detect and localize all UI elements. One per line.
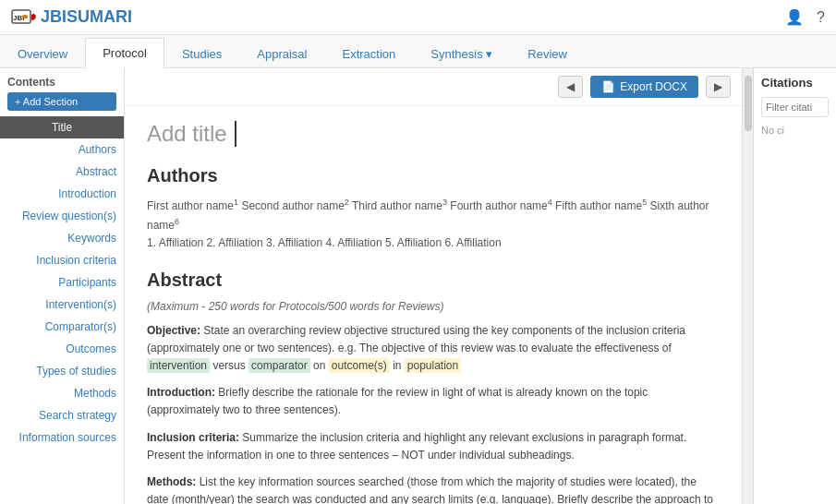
citations-filter-input[interactable] (761, 97, 829, 117)
author-name-4: Fourth author name (447, 199, 548, 212)
main-layout: Contents + Add Section Title Authors Abs… (0, 68, 836, 504)
sidebar-item-title[interactable]: Title (0, 116, 124, 138)
next-nav-button[interactable]: ▶ (706, 76, 731, 98)
objective-versus: versus (210, 359, 248, 372)
tab-studies[interactable]: Studies (164, 39, 239, 68)
objective-in: in (390, 359, 405, 372)
svg-point-2 (22, 15, 28, 18)
highlight-intervention: intervention (147, 358, 210, 373)
authors-affiliations: 1. Affiliation 2. Affiliation 3. Affilia… (147, 236, 502, 249)
app-header: JBI JBISUMARI 👤 ? (0, 0, 836, 35)
jbi-logo-icon: JBI (11, 7, 37, 28)
authors-text: First author name1 Second author name2 T… (147, 196, 720, 253)
author-name-3: Third author name (349, 199, 442, 212)
citations-title: Citations (761, 76, 829, 90)
sidebar-item-search-strategy[interactable]: Search strategy (0, 404, 124, 426)
header-icons: 👤 ? (785, 8, 825, 26)
sidebar-item-outcomes[interactable]: Outcomes (0, 338, 124, 360)
methods-label: Methods: (147, 475, 196, 488)
author-sup-6: 6 (175, 217, 179, 226)
export-label: Export DOCX (620, 80, 687, 93)
nav-tabs: Overview Protocol Studies Appraisal Extr… (0, 35, 836, 68)
author-name-5: Fifth author name (552, 199, 642, 212)
sidebar-item-introduction[interactable]: Introduction (0, 183, 124, 205)
sidebar: Contents + Add Section Title Authors Abs… (0, 68, 125, 504)
contents-label: Contents (7, 76, 55, 89)
methods-paragraph: Methods: List the key information source… (147, 474, 720, 504)
sidebar-item-methods[interactable]: Methods (0, 382, 124, 404)
tab-review[interactable]: Review (510, 39, 585, 68)
app-title: JBISUMARI (41, 7, 132, 27)
inclusion-label: Inclusion criteria: (147, 431, 239, 444)
citations-panel: Citations No ci (753, 68, 836, 504)
svg-text:JBI: JBI (13, 14, 24, 22)
content-toolbar: ◀ 📄 Export DOCX ▶ (125, 68, 742, 106)
content-scrollbar[interactable] (742, 68, 753, 504)
help-icon[interactable]: ? (817, 9, 825, 26)
sidebar-item-abstract[interactable]: Abstract (0, 161, 124, 183)
objective-paragraph: Objective: State an overarching review o… (147, 322, 720, 376)
authors-heading: Authors (147, 165, 720, 186)
introduction-paragraph: Introduction: Briefly describe the ratio… (147, 384, 720, 419)
title-placeholder-text: Add title (147, 121, 227, 147)
sidebar-item-review-questions[interactable]: Review question(s) (0, 205, 124, 227)
sidebar-item-authors[interactable]: Authors (0, 138, 124, 161)
user-icon[interactable]: 👤 (785, 8, 804, 26)
content-area: ◀ 📄 Export DOCX ▶ Add title Authors Firs… (125, 68, 742, 504)
tab-extraction[interactable]: Extraction (324, 39, 413, 68)
inclusion-paragraph: Inclusion criteria: Summarize the inclus… (147, 429, 720, 464)
sidebar-item-types-of-studies[interactable]: Types of studies (0, 360, 124, 382)
citations-empty-text: No ci (761, 125, 829, 136)
add-section-button[interactable]: + Add Section (7, 92, 116, 111)
sidebar-item-information-sources[interactable]: Information sources (0, 426, 124, 449)
sidebar-item-keywords[interactable]: Keywords (0, 227, 124, 249)
sidebar-item-comparators[interactable]: Comparator(s) (0, 316, 124, 338)
tab-appraisal[interactable]: Appraisal (239, 39, 324, 68)
tab-overview[interactable]: Overview (0, 39, 85, 68)
tab-protocol[interactable]: Protocol (85, 38, 164, 68)
highlight-comparator: comparator (248, 358, 310, 373)
objective-label: Objective: (147, 324, 200, 337)
abstract-heading: Abstract (147, 270, 720, 291)
logo-area: JBI JBISUMARI (11, 7, 132, 28)
doc-title[interactable]: Add title (147, 121, 720, 147)
sidebar-item-interventions[interactable]: Intervention(s) (0, 294, 124, 316)
export-icon: 📄 (601, 80, 615, 93)
scrollbar-thumb (745, 76, 752, 131)
introduction-text: Briefly describe the rationale for the r… (147, 386, 648, 416)
introduction-label: Introduction: (147, 386, 215, 399)
highlight-population: population (405, 358, 461, 373)
methods-text: List the key information sources searche… (147, 475, 713, 504)
text-cursor (235, 121, 236, 147)
doc-content: Add title Authors First author name1 Sec… (125, 106, 742, 504)
highlight-outcome: outcome(s) (329, 358, 390, 373)
tab-synthesis[interactable]: Synthesis ▾ (413, 39, 510, 68)
sidebar-item-participants[interactable]: Participants (0, 271, 124, 294)
sidebar-header: Contents (0, 68, 124, 92)
author-name-2: Second author name (238, 199, 345, 212)
prev-nav-button[interactable]: ◀ (558, 76, 583, 98)
objective-text-part1: State an overarching review objective st… (147, 324, 685, 354)
objective-on: on (310, 359, 329, 372)
export-docx-button[interactable]: 📄 Export DOCX (590, 76, 698, 98)
abstract-note: (Maximum - 250 words for Protocols/500 w… (147, 300, 720, 313)
sidebar-item-inclusion-criteria[interactable]: Inclusion criteria (0, 249, 124, 271)
author-name-1: First author name (147, 199, 234, 212)
